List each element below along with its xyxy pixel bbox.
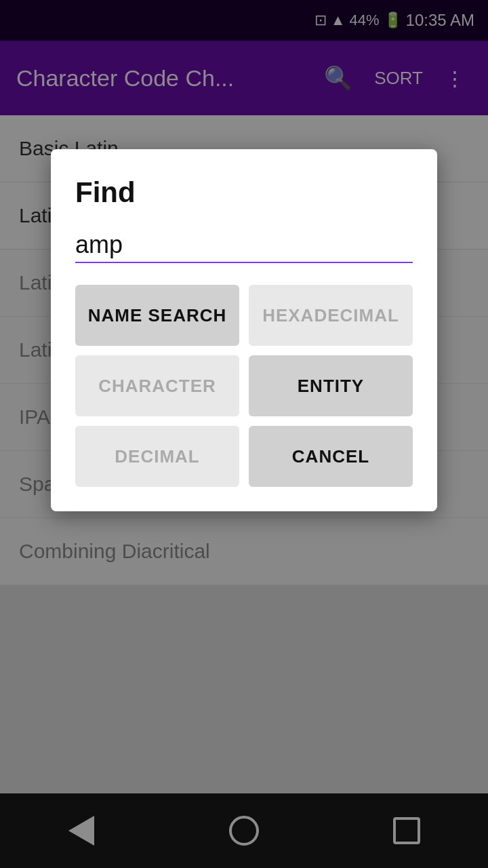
character-button[interactable]: CHARACTER [75, 355, 239, 416]
dialog-title: Find [75, 176, 413, 209]
button-grid: NAME SEARCH HEXADECIMAL CHARACTER ENTITY… [75, 285, 413, 487]
name-search-button[interactable]: NAME SEARCH [75, 285, 239, 346]
search-input[interactable] [75, 228, 413, 263]
decimal-button[interactable]: DECIMAL [75, 426, 239, 487]
dialog-overlay: Find NAME SEARCH HEXADECIMAL CHARACTER E… [0, 0, 488, 868]
entity-button[interactable]: ENTITY [249, 355, 413, 416]
search-input-wrapper [75, 228, 413, 263]
find-dialog: Find NAME SEARCH HEXADECIMAL CHARACTER E… [51, 149, 437, 511]
hexadecimal-button[interactable]: HEXADECIMAL [249, 285, 413, 346]
cancel-button[interactable]: CANCEL [249, 426, 413, 487]
